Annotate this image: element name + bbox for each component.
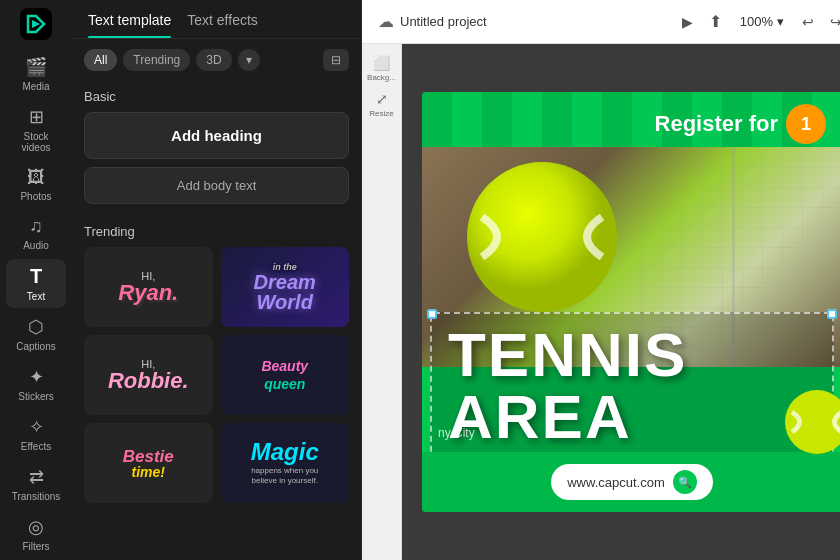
canvas-wrapper: Register for 1 <box>402 44 840 560</box>
trending-grid: HI, Ryan. in the DreamWorld HI, Robbie. <box>84 247 349 503</box>
filter-more-dropdown[interactable]: ▾ <box>238 49 260 71</box>
play-button[interactable]: ▶ <box>678 10 697 34</box>
svg-point-4 <box>785 390 840 454</box>
photos-icon: 🖼 <box>27 167 45 188</box>
trending-item-magic[interactable]: Magic happens when youbelievе in yoursel… <box>221 423 350 503</box>
sidebar-item-photos-label: Photos <box>20 191 51 202</box>
canvas-city-text: ny City <box>438 426 475 440</box>
filters-icon: ◎ <box>28 516 44 538</box>
sidebar-item-transitions-label: Transitions <box>12 491 61 502</box>
canvas-main-text-line1: TENNIS <box>448 324 816 386</box>
canvas-main-text-line2: AREA <box>448 386 816 448</box>
filter-3d-btn[interactable]: 3D <box>196 49 231 71</box>
export-button[interactable]: ⬆ <box>705 8 726 35</box>
filter-all-btn[interactable]: All <box>84 49 117 71</box>
trending-item-hi-ryan[interactable]: HI, Ryan. <box>84 247 213 327</box>
cloud-icon: ☁ <box>378 12 394 31</box>
trending-item-dream-world[interactable]: in the DreamWorld <box>221 247 350 327</box>
app-logo[interactable] <box>18 8 54 40</box>
canvas-bottom-strip: www.capcut.com 🔍 <box>422 452 840 512</box>
sidebar-item-media-label: Media <box>22 81 49 92</box>
transitions-icon: ⇄ <box>29 466 44 488</box>
effects-icon: ✧ <box>29 416 44 438</box>
audio-icon: ♫ <box>29 216 43 237</box>
project-title-area: ☁ Untitled project <box>378 12 666 31</box>
trending-item-hi-robbie[interactable]: HI, Robbie. <box>84 335 213 415</box>
canvas-search-btn[interactable]: 🔍 <box>673 470 697 494</box>
sidebar-item-text-label: Text <box>27 291 45 302</box>
background-tool-label: Backg... <box>367 73 396 82</box>
trending-item-beauty-queen[interactable]: Beauty queen <box>221 335 350 415</box>
basic-section-title: Basic <box>84 89 349 104</box>
editor-header: ☁ Untitled project ▶ ⬆ 100% ▾ ↩ ↪ <box>362 0 840 44</box>
design-canvas[interactable]: Register for 1 <box>422 92 840 512</box>
filter-row: All Trending 3D ▾ ⊟ <box>72 39 361 81</box>
zoom-level: 100% <box>740 14 773 29</box>
sidebar-item-stock-label: Stock videos <box>10 131 62 153</box>
canvas-url-bar: www.capcut.com 🔍 <box>551 464 713 500</box>
sidebar-item-stickers-label: Stickers <box>18 391 54 402</box>
sidebar-item-audio[interactable]: ♫ Audio <box>6 210 66 257</box>
captions-icon: ⬡ <box>28 316 44 338</box>
resize-tool-btn[interactable]: ⤢ Resize <box>366 88 398 120</box>
sidebar-item-captions[interactable]: ⬡ Captions <box>6 310 66 358</box>
undo-button[interactable]: ↩ <box>798 10 818 34</box>
number-circle: 1 <box>786 104 826 144</box>
resize-tool-label: Resize <box>369 109 393 118</box>
stock-videos-icon: ⊞ <box>29 106 44 128</box>
stickers-icon: ✦ <box>29 366 44 388</box>
sidebar-item-text[interactable]: T Text <box>6 259 66 308</box>
canvas-text-selection[interactable]: TENNIS AREA <box>430 312 834 460</box>
sidebar-item-stickers[interactable]: ✦ Stickers <box>6 360 66 408</box>
sidebar-item-media[interactable]: 🎬 Media <box>6 50 66 98</box>
register-text: Register for <box>655 111 778 137</box>
sidebar-item-transitions[interactable]: ⇄ Transitions <box>6 460 66 508</box>
add-body-button[interactable]: Add body text <box>84 167 349 204</box>
trending-item-bestie-time[interactable]: Bestie time! <box>84 423 213 503</box>
media-icon: 🎬 <box>25 56 47 78</box>
sidebar-item-filters-label: Filters <box>22 541 49 552</box>
canvas-area: ⬜ Backg... ⤢ Resize Register for 1 <box>362 44 840 560</box>
background-tool-btn[interactable]: ⬜ Backg... <box>366 52 398 84</box>
handle-top-left[interactable] <box>427 309 437 319</box>
canvas-header: Register for 1 <box>655 104 826 144</box>
trending-section-title: Trending <box>84 224 349 239</box>
panel-content: Basic Add heading Add body text Trending… <box>72 81 361 560</box>
add-heading-button[interactable]: Add heading <box>84 112 349 159</box>
canvas-ball-bottom-right <box>782 387 840 457</box>
tab-text-template[interactable]: Text template <box>88 12 171 38</box>
sidebar-item-filters[interactable]: ◎ Filters <box>6 510 66 558</box>
tennis-ball-svg <box>462 157 622 317</box>
redo-button[interactable]: ↪ <box>826 10 840 34</box>
sidebar-item-effects[interactable]: ✧ Effects <box>6 410 66 458</box>
tab-text-effects[interactable]: Text effects <box>187 12 258 38</box>
project-title: Untitled project <box>400 14 487 29</box>
handle-top-right[interactable] <box>827 309 837 319</box>
side-toolbar: ⬜ Backg... ⤢ Resize <box>362 44 402 560</box>
filter-options-btn[interactable]: ⊟ <box>323 49 349 71</box>
zoom-chevron-icon: ▾ <box>777 14 784 29</box>
zoom-selector[interactable]: 100% ▾ <box>734 11 790 32</box>
text-icon: T <box>30 265 42 288</box>
text-panel: Text template Text effects All Trending … <box>72 0 362 560</box>
sidebar-item-photos[interactable]: 🖼 Photos <box>6 161 66 208</box>
panel-tab-bar: Text template Text effects <box>72 0 361 39</box>
filter-trending-btn[interactable]: Trending <box>123 49 190 71</box>
editor-area: ☁ Untitled project ▶ ⬆ 100% ▾ ↩ ↪ ⬜ Back… <box>362 0 840 560</box>
sidebar-item-audio-label: Audio <box>23 240 49 251</box>
url-text: www.capcut.com <box>567 475 665 490</box>
sidebar-item-captions-label: Captions <box>16 341 55 352</box>
sidebar: 🎬 Media ⊞ Stock videos 🖼 Photos ♫ Audio … <box>0 0 72 560</box>
header-actions: ▶ ⬆ 100% ▾ ↩ ↪ <box>678 8 840 35</box>
sidebar-item-effects-label: Effects <box>21 441 51 452</box>
background-icon: ⬜ <box>373 55 390 71</box>
sidebar-item-stock-videos[interactable]: ⊞ Stock videos <box>6 100 66 159</box>
resize-icon: ⤢ <box>376 91 388 107</box>
svg-point-1 <box>467 162 617 312</box>
